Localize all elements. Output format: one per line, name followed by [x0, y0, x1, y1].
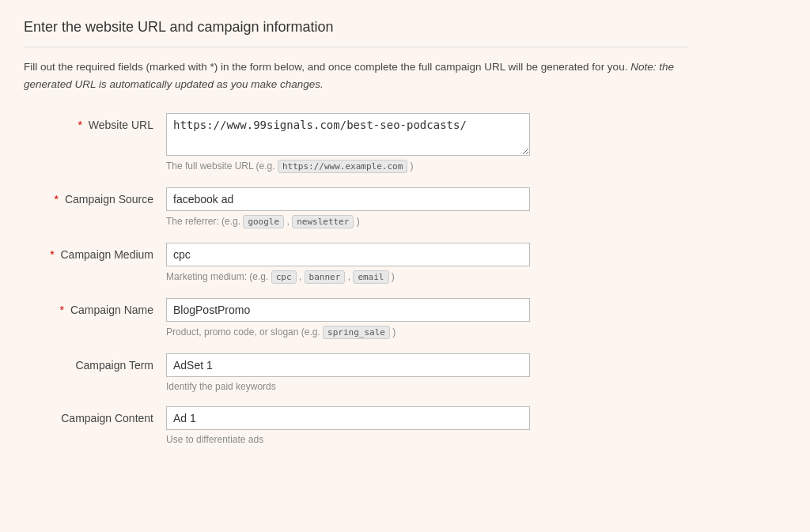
hint-code-example-url: https://www.example.com — [278, 160, 407, 173]
campaign-content-input[interactable] — [166, 406, 530, 430]
campaign-source-label: * Campaign Source — [24, 187, 166, 206]
hint-code-newsletter: newsletter — [292, 215, 354, 228]
campaign-name-hint: Product, promo code, or slogan (e.g. spr… — [166, 326, 688, 339]
campaign-content-label: Campaign Content — [24, 406, 166, 424]
hint-code-email: email — [353, 270, 388, 284]
campaign-name-row: * Campaign Name Product, promo code, or … — [24, 298, 688, 339]
campaign-term-hint: Identify the paid keywords — [166, 381, 688, 392]
hint-code-spring-sale: spring_sale — [323, 326, 390, 339]
hint-code-cpc: cpc — [271, 270, 297, 284]
campaign-content-row: Campaign Content Use to differentiate ad… — [24, 406, 688, 445]
campaign-medium-input-cell: Marketing medium: (e.g. cpc , banner , e… — [166, 243, 688, 284]
website-url-input-cell: https://www.99signals.com/best-seo-podca… — [166, 113, 688, 173]
campaign-source-input-cell: The referrer: (e.g. google , newsletter … — [166, 187, 688, 228]
campaign-content-hint: Use to differentiate ads — [166, 434, 688, 445]
hint-code-google: google — [243, 215, 284, 228]
campaign-term-input-cell: Identify the paid keywords — [166, 353, 688, 392]
required-star-website: * — [78, 119, 81, 131]
campaign-name-input[interactable] — [166, 298, 530, 322]
main-container: Enter the website URL and campaign infor… — [0, 0, 712, 483]
page-title: Enter the website URL and campaign infor… — [24, 19, 688, 47]
campaign-term-label: Campaign Term — [24, 353, 166, 372]
required-star-name: * — [60, 304, 64, 316]
campaign-medium-input[interactable] — [166, 243, 530, 266]
campaign-name-label: * Campaign Name — [24, 298, 166, 316]
campaign-source-hint: The referrer: (e.g. google , newsletter … — [166, 215, 688, 228]
campaign-source-row: * Campaign Source The referrer: (e.g. go… — [24, 187, 688, 228]
website-url-input[interactable]: https://www.99signals.com/best-seo-podca… — [166, 113, 530, 156]
required-star-medium: * — [50, 248, 54, 261]
description-text: Fill out the required fields (marked wit… — [24, 61, 630, 73]
campaign-medium-label: * Campaign Medium — [24, 243, 166, 261]
description: Fill out the required fields (marked wit… — [24, 58, 688, 92]
website-url-label: * Website URL — [24, 113, 166, 131]
campaign-medium-row: * Campaign Medium Marketing medium: (e.g… — [24, 243, 688, 284]
website-url-hint: The full website URL (e.g. https://www.e… — [166, 160, 688, 173]
website-url-row: * Website URL https://www.99signals.com/… — [24, 113, 688, 173]
form: * Website URL https://www.99signals.com/… — [24, 113, 688, 445]
required-star-source: * — [55, 193, 59, 206]
hint-code-banner: banner — [305, 270, 346, 284]
campaign-source-input[interactable] — [166, 187, 530, 211]
campaign-medium-hint: Marketing medium: (e.g. cpc , banner , e… — [166, 270, 688, 284]
campaign-term-row: Campaign Term Identify the paid keywords — [24, 353, 688, 392]
campaign-name-input-cell: Product, promo code, or slogan (e.g. spr… — [166, 298, 688, 339]
campaign-content-input-cell: Use to differentiate ads — [166, 406, 688, 445]
campaign-term-input[interactable] — [166, 353, 530, 377]
